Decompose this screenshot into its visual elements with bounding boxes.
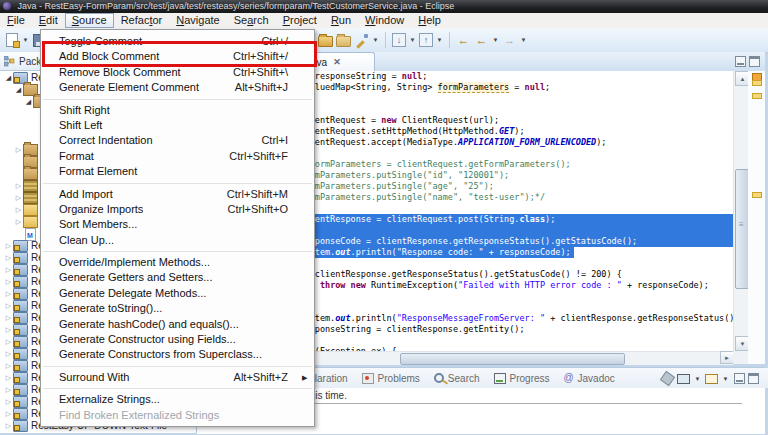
folder-icon[interactable]	[336, 33, 351, 48]
open-folder-icon[interactable]	[318, 33, 333, 48]
tree-expand-icon[interactable]: ▷	[4, 276, 13, 288]
menu-item-add-import[interactable]: Add ImportCtrl+Shift+M	[41, 187, 314, 202]
export-dropdown-icon[interactable]: ▼	[436, 37, 443, 43]
scroll-right-icon[interactable]: ►	[720, 351, 734, 364]
tree-expand-icon[interactable]: ▷	[14, 180, 23, 192]
editor-maximize-icon[interactable]	[749, 56, 760, 67]
menu-item-toggle-comment[interactable]: Toggle CommentCtrl+/	[41, 34, 314, 49]
back-icon[interactable]: ←	[474, 33, 489, 48]
panel-maximize-icon[interactable]	[748, 373, 759, 384]
menu-item-externalize-strings[interactable]: Externalize Strings...	[41, 392, 314, 407]
last-edit-location-icon[interactable]: ←	[456, 33, 471, 48]
proj-icon	[13, 240, 28, 252]
tree-expand-icon[interactable]: ▷	[4, 324, 13, 336]
tree-collapse-icon[interactable]: ◢	[4, 72, 13, 84]
tree-expand-icon[interactable]: ▷	[14, 204, 23, 216]
bottom-tab-search[interactable]: Search	[434, 373, 480, 384]
export-icon[interactable]: ↑	[419, 33, 433, 47]
menubar-item-help[interactable]: Help	[411, 13, 448, 27]
menu-item-generate-tostring[interactable]: Generate toString()...	[41, 301, 314, 316]
bottom-tab-problems[interactable]: Problems	[362, 373, 420, 384]
menu-item-generate-constructor-using-fields[interactable]: Generate Constructor using Fields...	[41, 332, 314, 347]
tree-expand-icon[interactable]: ▷	[14, 216, 23, 228]
menubar-item-search[interactable]: Search	[227, 13, 276, 27]
open-console-icon[interactable]	[705, 374, 718, 384]
panel-minimize-icon[interactable]	[734, 373, 745, 384]
menu-item-format-element[interactable]: Format Element	[41, 164, 314, 179]
tree-expand-icon[interactable]: ▷	[4, 288, 13, 300]
vertical-scrollbar[interactable]: ▲ ▼	[733, 71, 749, 351]
tree-expand-icon[interactable]: ▷	[4, 252, 13, 264]
menu-item-clean-up[interactable]: Clean Up...	[41, 233, 314, 248]
menubar-item-navigate[interactable]: Navigate	[169, 13, 226, 27]
forward-icon[interactable]: →	[502, 33, 517, 48]
menu-item-generate-element-comment[interactable]: Generate Element CommentAlt+Shift+J	[41, 80, 314, 95]
tree-expand-icon[interactable]: ▷	[14, 144, 23, 156]
tree-expand-icon[interactable]: ▷	[4, 348, 13, 360]
menu-item-label: Generate Delegate Methods...	[41, 286, 302, 301]
menubar-item-run[interactable]: Run	[324, 13, 358, 27]
tree-expand-icon[interactable]: ▷	[4, 408, 13, 420]
menubar-item-edit[interactable]: Edit	[32, 13, 65, 27]
menu-item-shift-right[interactable]: Shift Right	[41, 103, 314, 118]
menu-item-generate-delegate-methods[interactable]: Generate Delegate Methods...	[41, 286, 314, 301]
bottom-tab-javadoc[interactable]: Javadoc	[564, 373, 615, 384]
coverage-dropdown-icon[interactable]: ▼	[372, 37, 379, 43]
tree-expand-icon[interactable]: ▷	[4, 336, 13, 348]
vertical-scroll-thumb[interactable]	[735, 169, 749, 289]
new-wizard-icon[interactable]	[4, 33, 19, 48]
tree-expand-icon[interactable]: ▷	[4, 396, 13, 408]
menubar-item-refactor[interactable]: Refactor	[114, 13, 170, 27]
tree-expand-icon[interactable]: ▷	[4, 384, 13, 396]
menu-item-generate-getters-and-setters[interactable]: Generate Getters and Setters...	[41, 270, 314, 285]
lib-icon	[23, 192, 38, 204]
import-icon[interactable]: ↓	[392, 33, 406, 47]
menu-item-sort-members[interactable]: Sort Members...	[41, 217, 314, 232]
menu-item-surround-with[interactable]: Surround WithAlt+Shift+Z▶	[41, 370, 314, 385]
menu-item-organize-imports[interactable]: Organize ImportsCtrl+Shift+O	[41, 202, 314, 217]
display-console-dropdown-icon[interactable]: ▼	[694, 376, 701, 382]
tree-collapse-icon[interactable]: ◢	[14, 84, 23, 96]
tree-expand-icon[interactable]: ▷	[4, 300, 13, 312]
menu-item-remove-block-comment[interactable]: Remove Block CommentCtrl+Shift+\	[41, 65, 314, 80]
new-wizard-dropdown-icon[interactable]: ▼	[22, 37, 29, 43]
tree-expand-icon[interactable]: ▷	[4, 240, 13, 252]
menu-item-add-block-comment[interactable]: Add Block CommentCtrl+Shift+/	[41, 49, 314, 64]
menu-item-format[interactable]: FormatCtrl+Shift+F	[41, 149, 314, 164]
back-dropdown-icon[interactable]: ▼	[492, 37, 499, 43]
occurrence-marker[interactable]	[752, 80, 762, 86]
menu-item-generate-hashcode-and-equals[interactable]: Generate hashCode() and equals()...	[41, 317, 314, 332]
menubar-item-source[interactable]: Source	[65, 13, 114, 28]
tree-expand-icon[interactable]: ▷	[14, 192, 23, 204]
menubar-item-window[interactable]: Window	[358, 13, 411, 27]
tab-close-icon[interactable]: ✕	[333, 57, 341, 67]
tree-expand-icon[interactable]: ▷	[4, 312, 13, 324]
horizontal-scroll-thumb[interactable]	[400, 353, 625, 365]
menubar-item-project[interactable]: Project	[276, 13, 324, 27]
proj-icon	[13, 348, 28, 360]
menu-item-generate-constructors-from-superclass[interactable]: Generate Constructors from Superclass...	[41, 347, 314, 362]
tree-expand-icon[interactable]: ▷	[4, 420, 13, 432]
tree-collapse-icon[interactable]: ◢	[24, 96, 33, 108]
occurrence-marker[interactable]	[752, 93, 762, 99]
tree-expand-icon[interactable]: ▷	[4, 360, 13, 372]
menu-item-shift-left[interactable]: Shift Left	[41, 118, 314, 133]
editor-minimize-icon[interactable]	[735, 56, 746, 67]
overview-ruler[interactable]	[748, 71, 765, 364]
tree-expand-icon[interactable]: ▷	[4, 264, 13, 276]
menu-item-override-implement-methods[interactable]: Override/Implement Methods...	[41, 255, 314, 270]
menu-item-label: Add Import	[41, 187, 227, 202]
forward-dropdown-icon[interactable]: ▼	[520, 37, 527, 43]
menu-item-correct-indentation[interactable]: Correct IndentationCtrl+I	[41, 133, 314, 148]
menubar-item-file[interactable]: File	[0, 13, 32, 27]
import-dropdown-icon[interactable]: ▼	[409, 37, 416, 43]
bottom-tab-progress[interactable]: Progress	[494, 373, 550, 384]
display-console-icon[interactable]	[677, 374, 690, 384]
occurrence-marker[interactable]	[752, 192, 762, 198]
menu-item-label: Clean Up...	[41, 233, 302, 248]
open-console-dropdown-icon[interactable]: ▼	[722, 376, 729, 382]
pin-console-icon[interactable]	[660, 371, 675, 386]
tree-expand-icon[interactable]: ▷	[4, 372, 13, 384]
coverage-brush-icon[interactable]	[354, 33, 369, 48]
proj-icon	[13, 276, 28, 288]
